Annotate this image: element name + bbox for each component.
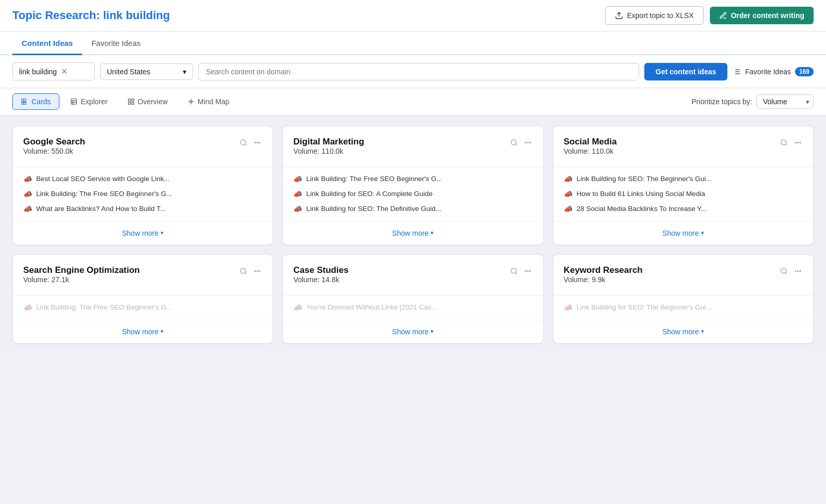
show-more-chevron: ▾ <box>161 230 164 236</box>
page-title: Topic Research: link building <box>12 9 170 22</box>
card-more-button[interactable] <box>523 266 533 276</box>
overview-icon <box>128 98 135 105</box>
card-item-text: Link Building: The Free SEO Beginner's G… <box>306 174 442 184</box>
svg-rect-10 <box>24 102 26 104</box>
card-items: 📣 Best Local SEO Service with Google Lin… <box>23 174 262 214</box>
svg-point-31 <box>525 142 526 143</box>
svg-line-45 <box>515 272 517 274</box>
page-title-topic: link building <box>103 9 170 22</box>
card-icons <box>509 266 533 276</box>
svg-rect-16 <box>132 99 134 101</box>
sort-select-wrap[interactable]: Volume Relevance Efficiency <box>756 94 814 109</box>
svg-rect-9 <box>22 102 24 104</box>
card-more-button[interactable] <box>523 138 533 148</box>
svg-point-36 <box>795 142 796 143</box>
card-item-text: 28 Social Media Backlinks To Increase Y.… <box>577 204 707 214</box>
card-item: 📣 28 Social Media Backlinks To Increase … <box>564 204 803 214</box>
svg-point-42 <box>257 270 258 271</box>
card-item-text: Link Building for SEO: The Beginner's Gu… <box>577 303 712 313</box>
favorite-ideas-button[interactable]: Favorite Ideas 169 <box>733 67 814 76</box>
export-button[interactable]: Export topic to XLSX <box>605 6 703 25</box>
tab-content-ideas[interactable]: Content Ideas <box>12 31 82 55</box>
view-bar: Cards Explorer Overview Mind Map Priorit… <box>0 88 826 116</box>
card-search-button[interactable] <box>509 266 519 276</box>
megaphone-icon: 📣 <box>564 175 573 183</box>
order-icon <box>719 11 727 20</box>
explorer-icon <box>70 98 77 105</box>
view-tab-mind-map-label: Mind Map <box>198 97 229 106</box>
svg-point-48 <box>530 270 531 271</box>
card-item-text: Link Building for SEO: The Definitive Gu… <box>306 204 441 214</box>
card-header: Search Engine Optimization Volume: 27.1k <box>23 265 262 293</box>
svg-point-33 <box>530 142 531 143</box>
card-title: Case Studies <box>293 265 348 275</box>
view-tab-mind-map[interactable]: Mind Map <box>179 93 238 110</box>
card-volume: Volume: 550.0k <box>23 147 85 155</box>
keyword-field[interactable]: link building ✕ <box>12 62 95 80</box>
card-items: 📣 Link Building: The Free SEO Beginner's… <box>293 174 532 214</box>
show-more-button[interactable]: Show more ▾ <box>283 320 543 343</box>
card-more-button[interactable] <box>793 138 803 148</box>
megaphone-icon: 📣 <box>23 190 32 198</box>
view-tab-explorer-label: Explorer <box>81 97 107 106</box>
card-volume: Volume: 110.0k <box>564 147 617 155</box>
card-search-button[interactable] <box>779 266 789 276</box>
svg-point-29 <box>511 140 516 145</box>
card-search-button[interactable] <box>239 266 248 276</box>
search-icon <box>510 267 518 275</box>
card-more-button[interactable] <box>793 266 803 276</box>
card-search-button[interactable] <box>509 138 519 148</box>
card-divider <box>13 167 273 167</box>
card-items: 📣 You're Doomed Without Links [2021 Cas.… <box>293 303 532 313</box>
megaphone-icon: 📣 <box>293 190 302 198</box>
card-header: Digital Marketing Volume: 110.0k <box>293 137 532 165</box>
tab-favorite-ideas[interactable]: Favorite Ideas <box>82 31 150 55</box>
show-more-button[interactable]: Show more ▾ <box>553 221 813 245</box>
show-more-label: Show more <box>122 229 158 237</box>
card-item-text: Link Building for SEO: A Complete Guide <box>306 189 433 199</box>
more-icon <box>253 267 261 275</box>
view-tab-cards[interactable]: Cards <box>12 93 59 110</box>
view-tab-explorer[interactable]: Explorer <box>61 93 116 110</box>
show-more-button[interactable]: Show more ▾ <box>13 320 273 343</box>
card-header: Social Media Volume: 110.0k <box>564 137 803 165</box>
card-more-button[interactable] <box>252 138 262 148</box>
card-item: 📣 Link Building for SEO: A Complete Guid… <box>293 189 532 199</box>
view-tab-overview[interactable]: Overview <box>119 93 177 110</box>
search-icon <box>510 139 518 147</box>
sort-select[interactable]: Volume Relevance Efficiency <box>756 94 814 109</box>
svg-rect-8 <box>24 99 26 102</box>
top-bar: Topic Research: link building Export top… <box>0 0 826 31</box>
svg-point-26 <box>255 142 256 143</box>
page-title-static: Topic Research: <box>12 9 100 22</box>
list-icon <box>733 68 741 76</box>
megaphone-icon: 📣 <box>293 303 302 312</box>
card-search-button[interactable] <box>779 138 789 148</box>
country-dropdown[interactable]: United States ▾ <box>100 63 193 80</box>
svg-point-53 <box>800 270 801 271</box>
card-item-text: Link Building for SEO: The Beginner's Gu… <box>577 174 712 184</box>
clear-keyword-button[interactable]: ✕ <box>61 67 68 76</box>
megaphone-icon: 📣 <box>23 175 32 183</box>
card-4: Case Studies Volume: 14.8k 📣 You're Doom… <box>282 254 543 344</box>
get-content-ideas-button[interactable]: Get content ideas <box>644 63 727 80</box>
domain-search-input[interactable] <box>198 63 639 80</box>
card-item: 📣 How to Build 61 Links Using Social Med… <box>564 189 803 199</box>
country-value: United States <box>107 68 150 76</box>
svg-line-25 <box>245 144 247 145</box>
show-more-label: Show more <box>662 229 699 237</box>
show-more-button[interactable]: Show more ▾ <box>553 320 813 343</box>
svg-point-32 <box>527 142 528 143</box>
svg-point-24 <box>241 140 246 145</box>
show-more-button[interactable]: Show more ▾ <box>13 221 273 245</box>
card-title: Social Media <box>564 137 617 147</box>
order-button[interactable]: Order content writing <box>710 7 814 24</box>
card-title: Digital Marketing <box>293 137 364 147</box>
megaphone-icon: 📣 <box>564 190 573 198</box>
card-search-button[interactable] <box>239 138 248 148</box>
card-volume: Volume: 9.9k <box>564 275 643 284</box>
svg-point-51 <box>795 270 796 271</box>
more-icon <box>524 267 532 275</box>
show-more-button[interactable]: Show more ▾ <box>283 221 543 245</box>
card-more-button[interactable] <box>252 266 262 276</box>
